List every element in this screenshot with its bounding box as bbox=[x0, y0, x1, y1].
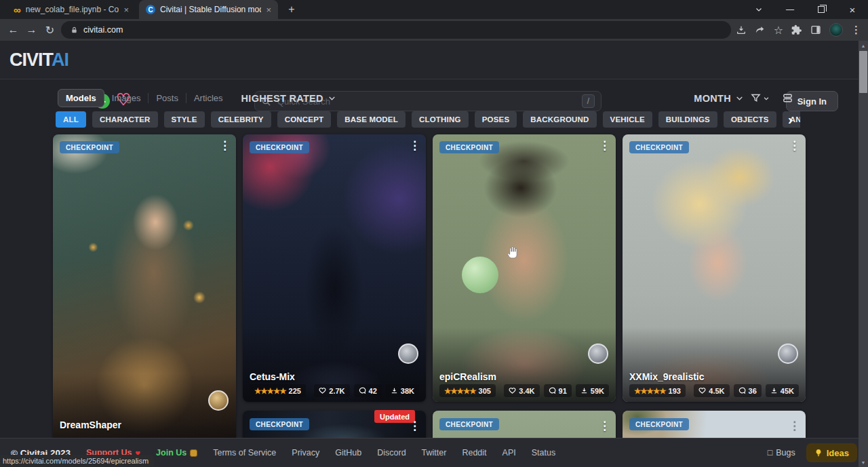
comments-count: 91 bbox=[559, 387, 567, 395]
join-us-link[interactable]: Join Us bbox=[156, 448, 197, 457]
chip-clothing[interactable]: CLOTHING bbox=[412, 111, 469, 128]
maximize-icon bbox=[818, 6, 825, 13]
likes-pill: 4.5K bbox=[694, 384, 729, 397]
downloads-pill: 38K bbox=[386, 384, 419, 397]
sign-in-button[interactable]: Sign In bbox=[786, 91, 838, 111]
minimize-button[interactable]: — bbox=[774, 0, 806, 19]
creator-avatar[interactable] bbox=[778, 343, 798, 364]
scrollbar[interactable]: ▲ ▼ bbox=[859, 41, 868, 467]
tab-posts[interactable]: Posts bbox=[149, 90, 186, 107]
close-icon[interactable]: × bbox=[266, 5, 271, 15]
browser-profile-avatar[interactable] bbox=[829, 23, 843, 37]
scroll-up-icon[interactable]: ▲ bbox=[859, 41, 868, 50]
content-nav: Models Images Posts Articles HIGHEST RAT… bbox=[58, 89, 336, 107]
terms-link[interactable]: Terms of Service bbox=[213, 448, 276, 457]
reload-button[interactable]: ↻ bbox=[41, 24, 59, 37]
tab-models[interactable]: Models bbox=[58, 89, 104, 107]
chevron-down-icon bbox=[735, 94, 744, 102]
extensions-puzzle-icon[interactable] bbox=[791, 24, 802, 35]
close-icon[interactable]: × bbox=[123, 5, 129, 15]
browser-menu-icon[interactable]: ⋮ bbox=[851, 24, 861, 36]
twitter-link[interactable]: Twitter bbox=[422, 448, 447, 457]
api-link[interactable]: API bbox=[502, 448, 516, 457]
card-menu-icon[interactable]: ⋮ bbox=[599, 138, 610, 153]
new-tab-button[interactable]: + bbox=[283, 2, 300, 17]
comment-icon bbox=[738, 387, 746, 394]
chip-style[interactable]: STYLE bbox=[164, 111, 205, 128]
model-card-dreamshaper[interactable]: CHECKPOINT ⋮ DreamShaper bbox=[53, 134, 236, 448]
close-window-button[interactable]: × bbox=[837, 0, 868, 19]
discord-link[interactable]: Discord bbox=[377, 448, 406, 457]
download-icon bbox=[391, 387, 398, 394]
category-chips: ALL CHARACTER STYLE CELEBRITY CONCEPT BA… bbox=[56, 111, 800, 128]
tab-images[interactable]: Images bbox=[104, 90, 149, 107]
github-link[interactable]: GitHub bbox=[335, 448, 361, 457]
chip-character[interactable]: CHARACTER bbox=[92, 111, 158, 128]
status-link[interactable]: Status bbox=[532, 448, 555, 457]
card-menu-icon[interactable]: ⋮ bbox=[409, 138, 420, 153]
creator-avatar[interactable] bbox=[208, 390, 229, 411]
tab-colab[interactable]: ∞ new_colab_file.ipynb - Colaborat × bbox=[7, 0, 136, 19]
side-panel-icon[interactable] bbox=[810, 24, 821, 35]
comments-pill: 36 bbox=[734, 384, 762, 397]
creator-avatar[interactable] bbox=[398, 343, 418, 364]
chip-base-model[interactable]: BASE MODEL bbox=[337, 111, 406, 128]
maximize-button[interactable] bbox=[806, 0, 837, 19]
filter-dropdown[interactable] bbox=[751, 93, 770, 103]
lock-icon bbox=[71, 26, 78, 34]
scrollbar-thumb[interactable] bbox=[859, 51, 867, 93]
chip-vehicle[interactable]: VEHICLE bbox=[603, 111, 652, 128]
card-menu-icon[interactable]: ⋮ bbox=[789, 419, 800, 433]
likes-count: 2.7K bbox=[329, 387, 344, 395]
card-menu-icon[interactable]: ⋮ bbox=[219, 138, 231, 153]
sort-dropdown[interactable]: HIGHEST RATED bbox=[241, 93, 336, 104]
model-card-cetus-mix[interactable]: CHECKPOINT ⋮ Cetus-Mix ★★★★★ 225 2.7K 42… bbox=[243, 134, 426, 402]
chip-background[interactable]: BACKGROUND bbox=[523, 111, 596, 128]
browser-address-bar: ← → ↻ civitai.com ☆ ⋮ bbox=[0, 19, 868, 41]
download-icon bbox=[580, 387, 588, 394]
civitai-logo[interactable]: CIVITAI bbox=[9, 50, 68, 71]
chip-celebrity[interactable]: CELEBRITY bbox=[211, 111, 271, 128]
creator-avatar[interactable] bbox=[588, 343, 608, 364]
model-card-epicrealism[interactable]: CHECKPOINT ⋮ epiCRealism ★★★★★ 305 3.4K … bbox=[433, 134, 616, 402]
reddit-link[interactable]: Reddit bbox=[462, 448, 486, 457]
tab-search-chevron-icon[interactable] bbox=[743, 0, 774, 19]
layout-toggle-icon[interactable] bbox=[782, 92, 793, 104]
chip-poses[interactable]: POSES bbox=[475, 111, 517, 128]
link-preview-statusbar: https://civitai.com/models/25694/epicrea… bbox=[0, 455, 154, 466]
model-type-badge: CHECKPOINT bbox=[629, 418, 689, 430]
model-card-xxmix-9realistic[interactable]: CHECKPOINT ⋮ XXMix_9realistic ★★★★★ 193 … bbox=[623, 134, 806, 402]
chip-objects[interactable]: OBJECTS bbox=[724, 111, 776, 128]
chips-scroll-right-icon[interactable]: › bbox=[788, 111, 793, 128]
url-text: civitai.com bbox=[83, 25, 123, 35]
card-menu-icon[interactable]: ⋮ bbox=[789, 138, 800, 153]
chip-concept[interactable]: CONCEPT bbox=[277, 111, 332, 128]
comments-pill: 91 bbox=[544, 384, 572, 397]
logo-ai: AI bbox=[52, 50, 68, 70]
heart-icon bbox=[319, 387, 326, 394]
tab-title: new_colab_file.ipynb - Colaborat bbox=[26, 5, 119, 14]
ideas-button[interactable]: Ideas bbox=[806, 443, 857, 462]
share-icon[interactable] bbox=[755, 24, 766, 35]
bugs-link[interactable]: □ Bugs bbox=[768, 448, 795, 457]
privacy-link[interactable]: Privacy bbox=[292, 448, 319, 457]
chip-buildings[interactable]: BUILDINGS bbox=[658, 111, 717, 128]
card-menu-icon[interactable]: ⋮ bbox=[599, 419, 610, 433]
forward-button[interactable]: → bbox=[22, 24, 41, 36]
download-icon[interactable] bbox=[736, 24, 747, 35]
tab-civitai[interactable]: C Civitai | Stable Diffusion models, × bbox=[139, 0, 278, 19]
bookmark-star-icon[interactable]: ☆ bbox=[774, 24, 783, 37]
url-field[interactable]: civitai.com bbox=[61, 21, 731, 39]
card-menu-icon[interactable]: ⋮ bbox=[409, 419, 420, 433]
model-type-badge: CHECKPOINT bbox=[629, 141, 689, 153]
chip-all[interactable]: ALL bbox=[56, 111, 86, 128]
back-button[interactable]: ← bbox=[4, 24, 22, 36]
heart-icon bbox=[509, 387, 516, 394]
browser-tab-bar: ∞ new_colab_file.ipynb - Colaborat × C C… bbox=[0, 0, 868, 19]
model-type-badge: CHECKPOINT bbox=[250, 141, 309, 153]
period-dropdown[interactable]: MONTH bbox=[694, 93, 744, 104]
tab-articles[interactable]: Articles bbox=[186, 90, 231, 107]
scroll-down-icon[interactable]: ▼ bbox=[859, 457, 868, 467]
model-type-badge: CHECKPOINT bbox=[439, 418, 499, 430]
download-icon bbox=[770, 387, 778, 394]
